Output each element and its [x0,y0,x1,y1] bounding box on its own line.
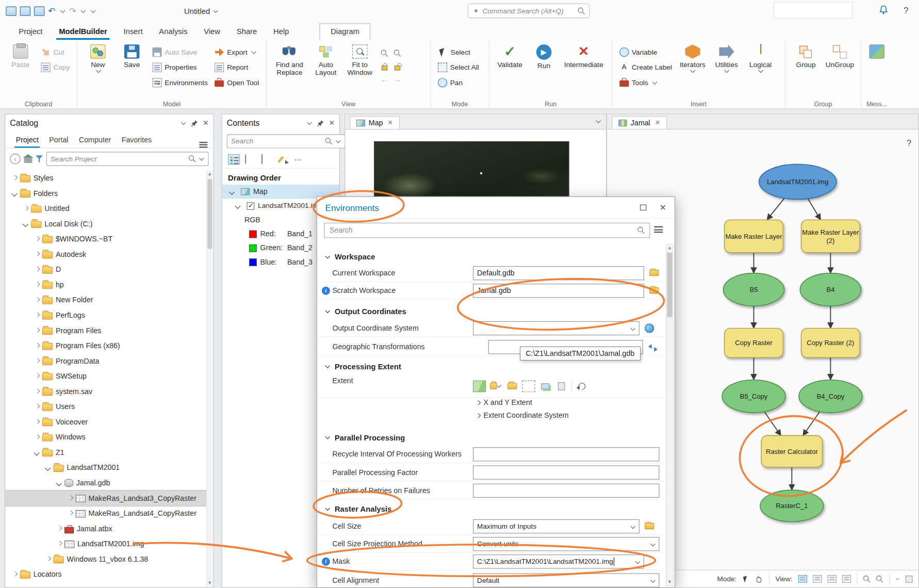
maximize-icon[interactable] [640,205,647,210]
zoom-slider-handle[interactable] [906,575,913,582]
catalog-search-input[interactable] [51,155,187,163]
tree-item-landsattm2001-img[interactable]: LandsatTM2001.img [5,536,206,552]
paste-button[interactable]: Paste [5,42,36,94]
home-icon[interactable] [24,157,32,162]
open-project-icon[interactable] [20,7,30,16]
more-options-icon[interactable]: ⋯ [293,154,305,165]
forward-arrow-icon[interactable]: → [392,75,402,84]
tree-item-autodesk[interactable]: Autodesk [5,247,206,262]
browse-folder-icon[interactable] [647,283,662,297]
tree-item-windows[interactable]: Windows [5,430,206,445]
export-button[interactable]: Export [212,46,261,59]
tree-item-d[interactable]: D [5,262,206,277]
catalog-dropdown-icon[interactable] [181,120,186,125]
tab-share[interactable]: Share [228,24,265,40]
properties-button[interactable]: Properties [150,61,210,74]
command-search-input[interactable] [482,7,574,15]
intermediate-button[interactable]: ✕Intermediate [562,42,605,94]
environments-button[interactable]: Environments [150,76,210,89]
select-mode-icon[interactable] [743,576,748,582]
tree-item-new-folder[interactable]: New Folder [5,292,206,308]
mask-combo[interactable]: C:\Z1\LandsatTM2001\LandsatTM2001.img [473,554,644,568]
search-dropdown-icon[interactable] [336,138,341,143]
list-by-editing-icon[interactable] [277,154,289,165]
variable-button[interactable]: Variable [617,46,675,59]
find-and-replace-button[interactable]: Find and Replace [271,42,307,94]
tab-project[interactable]: Project [10,24,51,40]
menu-icon[interactable] [199,142,207,148]
tree-item-jamal-atbx[interactable]: Jamal.atbx [5,521,206,536]
tab-modelbuilder[interactable]: ModelBuilder [51,24,115,40]
pin-icon[interactable] [191,120,198,127]
expand-icon[interactable] [34,357,41,365]
close-tab-icon[interactable]: ✕ [655,119,660,127]
search-dropdown-icon[interactable] [199,156,204,161]
dialog-menu-icon[interactable] [654,226,663,233]
parallel-factor-input[interactable] [473,465,659,479]
cell-size-combo[interactable]: Maximum of Inputs [473,519,639,533]
auto-save-button[interactable]: Auto Save [150,46,210,59]
tree-item-swsetup[interactable]: SWSetup [5,369,206,384]
expand-icon[interactable] [12,175,19,182]
catalog-tab-portal[interactable]: Portal [44,134,73,148]
tree-item-system-sav[interactable]: system.sav [5,384,206,399]
collapse-icon[interactable] [235,202,242,209]
catalog-search-box[interactable] [46,152,209,166]
retries-input[interactable] [473,483,659,497]
catalog-tab-project[interactable]: Project [11,134,43,148]
tree-item--windows-bt[interactable]: $WINDOWS.~BT [5,232,206,247]
expand-icon[interactable] [34,236,41,243]
expand-icon[interactable] [34,403,41,411]
tree-item-z1[interactable]: Z1 [5,445,206,461]
group-button[interactable]: Group [790,42,822,94]
unlock-icon[interactable] [395,66,400,70]
scroll-up-icon[interactable]: ▲ [207,171,212,178]
tree-item-perflogs[interactable]: PerfLogs [5,308,206,323]
collapse-icon[interactable] [23,220,30,227]
list-by-drawing-order-icon[interactable] [228,154,240,165]
expand-icon[interactable] [34,388,41,395]
contents-search-input[interactable] [231,137,323,145]
close-icon[interactable]: ✕ [329,119,335,127]
expand-icon[interactable] [45,556,53,563]
open-tool-button[interactable]: Open Tool [212,76,261,89]
collapse-icon[interactable] [45,464,53,471]
reset-extent-icon[interactable] [576,380,588,392]
project-name[interactable]: Untitled [184,7,219,15]
scratch-workspace-input[interactable] [473,283,644,297]
expand-icon[interactable] [34,297,41,304]
diagram-view-icon[interactable] [798,575,807,583]
contents-dropdown-icon[interactable] [307,120,312,125]
pin-icon[interactable] [317,120,324,127]
expand-icon[interactable] [34,251,41,258]
tree-item-local-disk-c-[interactable]: Local Disk (C:) [5,216,206,232]
close-icon[interactable]: ✕ [660,203,666,212]
intersect-extents-icon[interactable] [538,380,551,392]
tab-insert[interactable]: Insert [116,24,151,40]
tab-analysis[interactable]: Analysis [151,24,195,40]
scroll-down-icon[interactable]: ▼ [207,580,212,587]
tree-item-folders[interactable]: Folders [5,186,206,201]
extent-of-layer-icon[interactable] [489,380,502,392]
swap-arrows-icon[interactable] [645,340,661,354]
expand-icon[interactable] [34,373,41,380]
iterators-button[interactable]: Iterators [677,42,708,94]
expand-icon[interactable] [23,205,30,213]
cut-button[interactable]: Cut [39,46,72,59]
grid-view-icon[interactable] [828,575,836,583]
expand-icon[interactable] [68,495,75,502]
copy-button[interactable]: Copy [39,61,72,74]
redo-icon[interactable]: ↷ [69,7,76,16]
new-model-button[interactable]: New [82,42,113,94]
current-display-extent-icon[interactable] [473,380,486,392]
back-arrow-icon[interactable]: ← [380,75,389,84]
help-icon[interactable]: ? [904,5,908,15]
tab-list-dropdown-icon[interactable] [596,118,601,123]
expand-icon[interactable] [34,327,41,334]
cell-size-projection-method-combo[interactable]: Convert units [473,536,659,550]
tree-item-untitled[interactable]: Untitled [5,201,206,217]
pan-hand-icon[interactable] [755,575,763,583]
scroll-down-icon[interactable]: ▼ [666,579,673,586]
collapse-icon[interactable] [229,188,236,195]
utilities-button[interactable]: Utilities [711,42,742,94]
